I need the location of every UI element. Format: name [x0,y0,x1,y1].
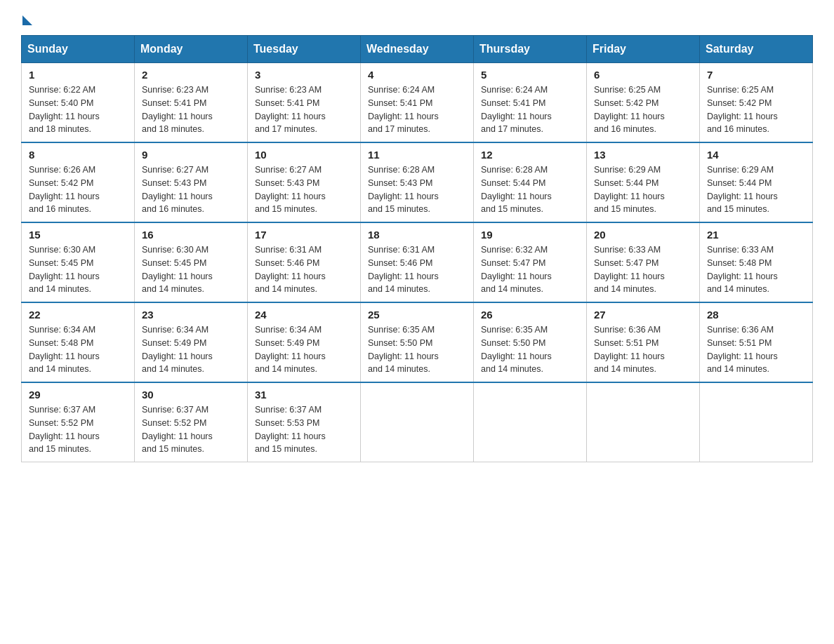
calendar-day-cell: 29Sunrise: 6:37 AMSunset: 5:52 PMDayligh… [22,382,135,462]
weekday-header-tuesday: Tuesday [248,36,361,63]
calendar-day-cell: 21Sunrise: 6:33 AMSunset: 5:48 PMDayligh… [700,222,813,302]
calendar-day-cell: 15Sunrise: 6:30 AMSunset: 5:45 PMDayligh… [22,222,135,302]
calendar-week-row: 22Sunrise: 6:34 AMSunset: 5:48 PMDayligh… [22,302,813,382]
day-info: Sunrise: 6:37 AMSunset: 5:52 PMDaylight:… [29,403,127,456]
day-info: Sunrise: 6:33 AMSunset: 5:48 PMDaylight:… [707,243,805,296]
day-info: Sunrise: 6:24 AMSunset: 5:41 PMDaylight:… [368,83,466,136]
day-info: Sunrise: 6:37 AMSunset: 5:53 PMDaylight:… [255,403,353,456]
calendar-day-cell: 30Sunrise: 6:37 AMSunset: 5:52 PMDayligh… [135,382,248,462]
calendar-day-cell: 8Sunrise: 6:26 AMSunset: 5:42 PMDaylight… [22,142,135,222]
day-info: Sunrise: 6:34 AMSunset: 5:49 PMDaylight:… [142,323,240,376]
day-number: 2 [142,69,240,81]
weekday-header-row: SundayMondayTuesdayWednesdayThursdayFrid… [22,36,813,63]
weekday-header-friday: Friday [587,36,700,63]
calendar-day-cell: 7Sunrise: 6:25 AMSunset: 5:42 PMDaylight… [700,63,813,143]
day-info: Sunrise: 6:35 AMSunset: 5:50 PMDaylight:… [481,323,579,376]
day-number: 26 [481,309,579,321]
calendar-day-cell: 24Sunrise: 6:34 AMSunset: 5:49 PMDayligh… [248,302,361,382]
day-info: Sunrise: 6:36 AMSunset: 5:51 PMDaylight:… [594,323,692,376]
calendar-day-cell: 23Sunrise: 6:34 AMSunset: 5:49 PMDayligh… [135,302,248,382]
day-number: 30 [142,389,240,401]
day-number: 25 [368,309,466,321]
calendar-day-cell: 28Sunrise: 6:36 AMSunset: 5:51 PMDayligh… [700,302,813,382]
day-number: 1 [29,69,127,81]
logo-general [21,18,32,25]
day-info: Sunrise: 6:32 AMSunset: 5:47 PMDaylight:… [481,243,579,296]
calendar-day-cell: 25Sunrise: 6:35 AMSunset: 5:50 PMDayligh… [361,302,474,382]
day-number: 11 [368,149,466,161]
day-number: 20 [594,229,692,241]
day-number: 31 [255,389,353,401]
calendar-day-cell: 11Sunrise: 6:28 AMSunset: 5:43 PMDayligh… [361,142,474,222]
day-number: 10 [255,149,353,161]
logo-arrow-icon [22,15,32,25]
calendar-day-cell [587,382,700,462]
calendar-week-row: 29Sunrise: 6:37 AMSunset: 5:52 PMDayligh… [22,382,813,462]
day-info: Sunrise: 6:30 AMSunset: 5:45 PMDaylight:… [29,243,127,296]
day-number: 14 [707,149,805,161]
day-number: 4 [368,69,466,81]
calendar-day-cell: 12Sunrise: 6:28 AMSunset: 5:44 PMDayligh… [474,142,587,222]
calendar-day-cell: 1Sunrise: 6:22 AMSunset: 5:40 PMDaylight… [22,63,135,143]
day-info: Sunrise: 6:34 AMSunset: 5:49 PMDaylight:… [255,323,353,376]
day-number: 28 [707,309,805,321]
day-info: Sunrise: 6:26 AMSunset: 5:42 PMDaylight:… [29,163,127,216]
calendar-day-cell: 16Sunrise: 6:30 AMSunset: 5:45 PMDayligh… [135,222,248,302]
day-number: 21 [707,229,805,241]
day-info: Sunrise: 6:35 AMSunset: 5:50 PMDaylight:… [368,323,466,376]
logo [21,18,32,22]
day-info: Sunrise: 6:25 AMSunset: 5:42 PMDaylight:… [707,83,805,136]
weekday-header-thursday: Thursday [474,36,587,63]
calendar-day-cell: 27Sunrise: 6:36 AMSunset: 5:51 PMDayligh… [587,302,700,382]
day-number: 18 [368,229,466,241]
day-info: Sunrise: 6:31 AMSunset: 5:46 PMDaylight:… [368,243,466,296]
day-info: Sunrise: 6:27 AMSunset: 5:43 PMDaylight:… [142,163,240,216]
day-info: Sunrise: 6:23 AMSunset: 5:41 PMDaylight:… [142,83,240,136]
calendar-day-cell [700,382,813,462]
calendar-day-cell: 3Sunrise: 6:23 AMSunset: 5:41 PMDaylight… [248,63,361,143]
day-info: Sunrise: 6:22 AMSunset: 5:40 PMDaylight:… [29,83,127,136]
day-number: 19 [481,229,579,241]
weekday-header-saturday: Saturday [700,36,813,63]
calendar-day-cell: 2Sunrise: 6:23 AMSunset: 5:41 PMDaylight… [135,63,248,143]
calendar-day-cell: 26Sunrise: 6:35 AMSunset: 5:50 PMDayligh… [474,302,587,382]
day-number: 15 [29,229,127,241]
calendar-day-cell: 5Sunrise: 6:24 AMSunset: 5:41 PMDaylight… [474,63,587,143]
calendar-week-row: 1Sunrise: 6:22 AMSunset: 5:40 PMDaylight… [22,63,813,143]
calendar-day-cell [474,382,587,462]
day-number: 27 [594,309,692,321]
calendar-day-cell: 13Sunrise: 6:29 AMSunset: 5:44 PMDayligh… [587,142,700,222]
calendar-day-cell: 10Sunrise: 6:27 AMSunset: 5:43 PMDayligh… [248,142,361,222]
day-number: 5 [481,69,579,81]
calendar-week-row: 8Sunrise: 6:26 AMSunset: 5:42 PMDaylight… [22,142,813,222]
calendar-day-cell: 9Sunrise: 6:27 AMSunset: 5:43 PMDaylight… [135,142,248,222]
day-info: Sunrise: 6:31 AMSunset: 5:46 PMDaylight:… [255,243,353,296]
day-number: 6 [594,69,692,81]
calendar-day-cell: 17Sunrise: 6:31 AMSunset: 5:46 PMDayligh… [248,222,361,302]
calendar-day-cell: 22Sunrise: 6:34 AMSunset: 5:48 PMDayligh… [22,302,135,382]
day-info: Sunrise: 6:33 AMSunset: 5:47 PMDaylight:… [594,243,692,296]
calendar-day-cell: 4Sunrise: 6:24 AMSunset: 5:41 PMDaylight… [361,63,474,143]
page-header [21,14,813,22]
day-info: Sunrise: 6:25 AMSunset: 5:42 PMDaylight:… [594,83,692,136]
calendar-table: SundayMondayTuesdayWednesdayThursdayFrid… [21,35,813,462]
day-number: 17 [255,229,353,241]
day-number: 16 [142,229,240,241]
calendar-week-row: 15Sunrise: 6:30 AMSunset: 5:45 PMDayligh… [22,222,813,302]
day-number: 13 [594,149,692,161]
calendar-day-cell: 20Sunrise: 6:33 AMSunset: 5:47 PMDayligh… [587,222,700,302]
calendar-day-cell: 14Sunrise: 6:29 AMSunset: 5:44 PMDayligh… [700,142,813,222]
day-number: 12 [481,149,579,161]
day-info: Sunrise: 6:37 AMSunset: 5:52 PMDaylight:… [142,403,240,456]
weekday-header-monday: Monday [135,36,248,63]
day-info: Sunrise: 6:29 AMSunset: 5:44 PMDaylight:… [594,163,692,216]
calendar-day-cell: 19Sunrise: 6:32 AMSunset: 5:47 PMDayligh… [474,222,587,302]
weekday-header-wednesday: Wednesday [361,36,474,63]
day-number: 23 [142,309,240,321]
day-number: 9 [142,149,240,161]
day-number: 22 [29,309,127,321]
day-info: Sunrise: 6:34 AMSunset: 5:48 PMDaylight:… [29,323,127,376]
day-info: Sunrise: 6:23 AMSunset: 5:41 PMDaylight:… [255,83,353,136]
weekday-header-sunday: Sunday [22,36,135,63]
day-number: 24 [255,309,353,321]
